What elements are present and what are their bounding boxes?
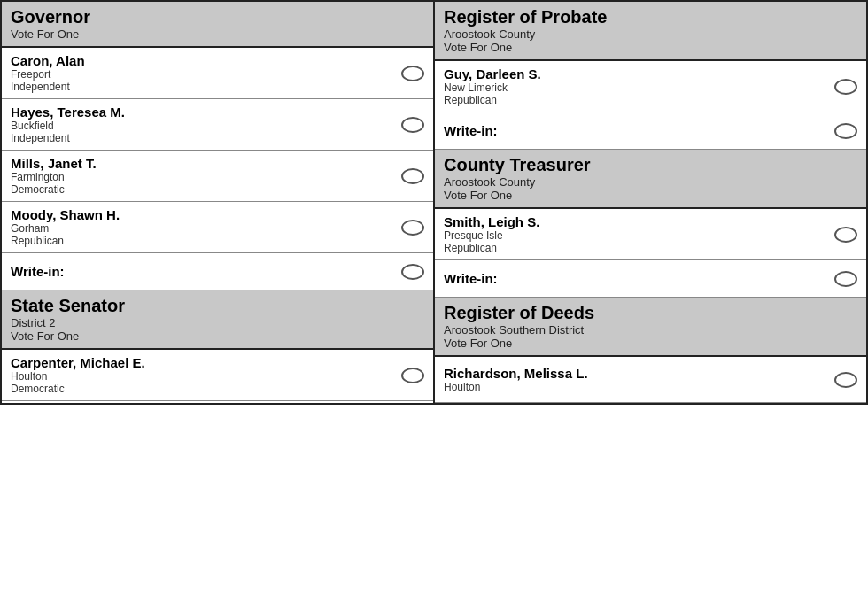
section-county-treasurer: County TreasurerAroostook CountyVote For… — [435, 150, 866, 298]
vote-bubble-governor-3[interactable] — [401, 220, 424, 236]
candidate-party-state-senator-0: Democratic — [11, 383, 145, 395]
candidate-party-governor-3: Republican — [11, 235, 120, 247]
section-header-governor: GovernorVote For One — [2, 2, 433, 48]
candidate-city-governor-2: Farmington — [11, 171, 97, 183]
candidate-party-county-treasurer-0: Republican — [444, 242, 539, 254]
section-state-senator: State SenatorDistrict 2Vote For OneCarpe… — [2, 290, 433, 401]
candidate-row-governor-2: Mills, Janet T.FarmingtonDemocratic — [2, 151, 433, 202]
candidate-row-governor-1: Hayes, Teresea M.BuckfieldIndependent — [2, 99, 433, 151]
section-title-governor: Governor — [11, 7, 424, 27]
vote-bubble-state-senator-0[interactable] — [401, 368, 424, 383]
candidate-info-governor-3: Moody, Shawn H.GorhamRepublican — [11, 207, 120, 247]
section-register-of-probate: Register of ProbateAroostook CountyVote … — [435, 2, 866, 150]
candidate-name-state-senator-0: Carpenter, Michael E. — [11, 355, 145, 370]
vote-for-county-treasurer: Vote For One — [444, 189, 857, 202]
candidate-row-register-of-probate-1: Write-in: — [435, 112, 866, 150]
section-title-register-of-deeds: Register of Deeds — [444, 303, 857, 323]
section-title-register-of-probate: Register of Probate — [444, 7, 857, 27]
section-title-state-senator: State Senator — [11, 296, 424, 316]
section-header-state-senator: State SenatorDistrict 2Vote For One — [2, 290, 433, 350]
vote-bubble-county-treasurer-1[interactable] — [834, 271, 857, 287]
candidate-info-county-treasurer-0: Smith, Leigh S.Presque IsleRepublican — [444, 214, 539, 254]
vote-for-state-senator: Vote For One — [11, 329, 424, 343]
candidate-party-governor-1: Independent — [11, 132, 125, 144]
candidate-name-governor-2: Mills, Janet T. — [11, 156, 97, 171]
vote-for-governor: Vote For One — [11, 27, 424, 41]
candidate-city-governor-0: Freeport — [11, 68, 85, 81]
write-in-label-county-treasurer: Write-in: — [444, 271, 498, 286]
section-governor: GovernorVote For OneCaron, AlanFreeportI… — [2, 2, 433, 290]
vote-bubble-governor-0[interactable] — [401, 66, 424, 81]
section-header-register-of-probate: Register of ProbateAroostook CountyVote … — [435, 2, 866, 61]
candidate-city-state-senator-0: Houlton — [11, 370, 145, 383]
vote-for-register-of-deeds: Vote For One — [444, 337, 857, 350]
candidate-info-register-of-probate-1: Write-in: — [444, 123, 498, 139]
candidate-info-governor-0: Caron, AlanFreeportIndependent — [11, 53, 85, 93]
section-register-of-deeds: Register of DeedsAroostook Southern Dist… — [435, 298, 866, 403]
candidate-city-governor-3: Gorham — [11, 222, 120, 235]
vote-bubble-register-of-probate-1[interactable] — [834, 123, 857, 139]
candidate-row-governor-0: Caron, AlanFreeportIndependent — [2, 48, 433, 99]
section-subtitle-register-of-deeds: Aroostook Southern District — [444, 323, 857, 337]
vote-for-register-of-probate: Vote For One — [444, 41, 857, 54]
vote-bubble-governor-4[interactable] — [401, 264, 424, 280]
ballot: GovernorVote For OneCaron, AlanFreeportI… — [0, 0, 868, 405]
section-header-county-treasurer: County TreasurerAroostook CountyVote For… — [435, 150, 866, 209]
vote-bubble-county-treasurer-0[interactable] — [834, 227, 857, 243]
candidate-row-county-treasurer-0: Smith, Leigh S.Presque IsleRepublican — [435, 209, 866, 260]
candidate-name-register-of-deeds-0: Richardson, Melissa L. — [444, 366, 588, 381]
candidate-row-state-senator-0: Carpenter, Michael E.HoultonDemocratic — [2, 350, 433, 401]
candidate-row-county-treasurer-1: Write-in: — [435, 260, 866, 298]
candidate-city-county-treasurer-0: Presque Isle — [444, 229, 539, 242]
candidate-row-register-of-probate-0: Guy, Darleen S.New LimerickRepublican — [435, 61, 866, 112]
candidate-info-county-treasurer-1: Write-in: — [444, 271, 498, 287]
candidate-info-governor-4: Write-in: — [11, 264, 65, 280]
candidate-name-county-treasurer-0: Smith, Leigh S. — [444, 214, 539, 229]
column-0: GovernorVote For OneCaron, AlanFreeportI… — [2, 2, 435, 403]
write-in-label-register-of-probate: Write-in: — [444, 123, 498, 138]
vote-bubble-governor-2[interactable] — [401, 168, 424, 184]
candidate-info-governor-1: Hayes, Teresea M.BuckfieldIndependent — [11, 105, 125, 144]
vote-bubble-governor-1[interactable] — [401, 117, 424, 133]
candidate-city-governor-1: Buckfield — [11, 120, 125, 132]
section-subtitle-state-senator: District 2 — [11, 316, 424, 329]
candidate-party-register-of-probate-0: Republican — [444, 94, 541, 106]
candidate-info-register-of-probate-0: Guy, Darleen S.New LimerickRepublican — [444, 66, 541, 106]
candidate-info-state-senator-0: Carpenter, Michael E.HoultonDemocratic — [11, 355, 145, 395]
vote-bubble-register-of-probate-0[interactable] — [834, 79, 857, 95]
candidate-info-register-of-deeds-0: Richardson, Melissa L.Houlton — [444, 366, 588, 393]
section-header-register-of-deeds: Register of DeedsAroostook Southern Dist… — [435, 298, 866, 357]
candidate-party-governor-2: Democratic — [11, 183, 97, 196]
candidate-row-governor-4: Write-in: — [2, 253, 433, 290]
write-in-label-governor: Write-in: — [11, 264, 65, 279]
candidate-row-governor-3: Moody, Shawn H.GorhamRepublican — [2, 202, 433, 253]
candidate-city-register-of-probate-0: New Limerick — [444, 81, 541, 94]
candidate-name-governor-3: Moody, Shawn H. — [11, 207, 120, 222]
candidate-city-register-of-deeds-0: Houlton — [444, 381, 588, 393]
candidate-name-governor-1: Hayes, Teresea M. — [11, 105, 125, 120]
section-subtitle-register-of-probate: Aroostook County — [444, 27, 857, 41]
candidate-info-governor-2: Mills, Janet T.FarmingtonDemocratic — [11, 156, 97, 196]
candidate-name-governor-0: Caron, Alan — [11, 53, 85, 68]
candidate-name-register-of-probate-0: Guy, Darleen S. — [444, 66, 541, 81]
candidate-row-register-of-deeds-0: Richardson, Melissa L.Houlton — [435, 357, 866, 403]
section-title-county-treasurer: County Treasurer — [444, 155, 857, 175]
column-1: Register of ProbateAroostook CountyVote … — [435, 2, 866, 403]
section-subtitle-county-treasurer: Aroostook County — [444, 175, 857, 189]
candidate-party-governor-0: Independent — [11, 81, 85, 93]
vote-bubble-register-of-deeds-0[interactable] — [834, 372, 857, 388]
